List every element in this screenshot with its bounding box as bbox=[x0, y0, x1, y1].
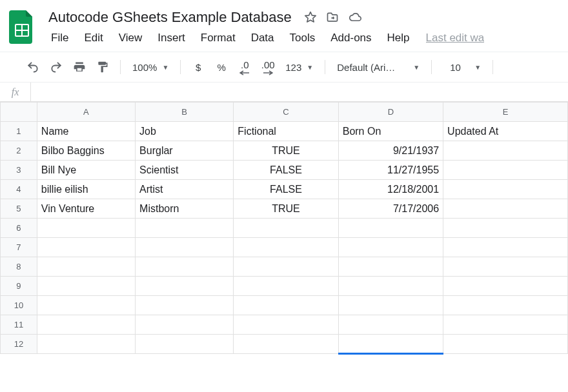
col-header-A[interactable]: A bbox=[37, 103, 135, 122]
cell[interactable] bbox=[37, 238, 135, 257]
undo-button[interactable] bbox=[23, 57, 43, 77]
cell[interactable]: Updated At bbox=[443, 122, 568, 141]
cell[interactable]: Born On bbox=[338, 122, 443, 141]
last-edit-link[interactable]: Last edit wa bbox=[426, 32, 485, 44]
row-header[interactable]: 1 bbox=[1, 122, 37, 141]
cell[interactable] bbox=[234, 277, 338, 296]
cell[interactable] bbox=[234, 238, 338, 257]
cell[interactable]: TRUE bbox=[234, 141, 338, 161]
cell[interactable]: 12/18/2001 bbox=[338, 180, 443, 199]
cell[interactable] bbox=[37, 219, 135, 238]
cell[interactable] bbox=[234, 296, 338, 315]
print-button[interactable] bbox=[70, 57, 89, 77]
menu-view[interactable]: View bbox=[112, 30, 150, 46]
cell[interactable]: 9/21/1937 bbox=[338, 141, 443, 161]
paint-format-button[interactable] bbox=[93, 57, 112, 77]
cloud-status-icon[interactable] bbox=[348, 11, 362, 24]
format-currency-button[interactable]: $ bbox=[188, 57, 208, 77]
spreadsheet-grid[interactable]: A B C D E 1 Name Job Fictional Born On U… bbox=[0, 102, 568, 355]
font-family-dropdown[interactable]: Default (Ari… ▼ bbox=[333, 62, 423, 73]
cell[interactable] bbox=[37, 315, 135, 335]
cell[interactable] bbox=[234, 315, 338, 335]
cell[interactable] bbox=[443, 296, 568, 315]
document-title[interactable]: Autocode GSheets Example Database bbox=[44, 7, 296, 28]
menu-tools[interactable]: Tools bbox=[283, 30, 323, 46]
cell[interactable]: 7/17/2006 bbox=[338, 199, 443, 219]
cell[interactable] bbox=[136, 315, 234, 335]
cell[interactable]: FALSE bbox=[234, 180, 338, 199]
cell[interactable] bbox=[136, 277, 234, 296]
font-size-dropdown[interactable]: 10 ▼ bbox=[440, 62, 485, 73]
cell[interactable] bbox=[443, 141, 568, 161]
cell[interactable] bbox=[443, 161, 568, 180]
row-header[interactable]: 2 bbox=[1, 141, 37, 161]
cell[interactable] bbox=[37, 335, 135, 354]
menu-insert[interactable]: Insert bbox=[150, 30, 192, 46]
fx-label[interactable]: fx bbox=[0, 83, 31, 101]
cell[interactable]: Fictional bbox=[234, 122, 338, 141]
col-header-C[interactable]: C bbox=[234, 103, 338, 122]
cell[interactable] bbox=[136, 219, 234, 238]
cell[interactable] bbox=[443, 335, 568, 354]
cell[interactable]: Bill Nye bbox=[37, 161, 135, 180]
increase-decimal-button[interactable]: .00 bbox=[258, 57, 278, 77]
cell[interactable] bbox=[136, 296, 234, 315]
menu-help[interactable]: Help bbox=[380, 30, 417, 46]
cell[interactable] bbox=[338, 257, 443, 277]
row-header[interactable]: 4 bbox=[1, 180, 37, 199]
cell[interactable] bbox=[338, 335, 443, 354]
cell[interactable]: Name bbox=[37, 122, 135, 141]
cell[interactable]: Scientist bbox=[136, 161, 234, 180]
row-header[interactable]: 5 bbox=[1, 199, 37, 219]
star-icon[interactable] bbox=[304, 11, 317, 24]
menu-addons[interactable]: Add-ons bbox=[323, 30, 378, 46]
cell[interactable]: billie eilish bbox=[37, 180, 135, 199]
row-header[interactable]: 7 bbox=[1, 238, 37, 257]
row-header[interactable]: 10 bbox=[1, 296, 37, 315]
select-all-corner[interactable] bbox=[1, 103, 37, 122]
col-header-E[interactable]: E bbox=[443, 103, 568, 122]
zoom-dropdown[interactable]: 100% ▼ bbox=[128, 62, 172, 73]
cell[interactable] bbox=[37, 296, 135, 315]
cell[interactable]: Mistborn bbox=[136, 199, 234, 219]
cell[interactable]: FALSE bbox=[234, 161, 338, 180]
cell[interactable] bbox=[136, 335, 234, 354]
cell[interactable]: 11/27/1955 bbox=[338, 161, 443, 180]
col-header-D[interactable]: D bbox=[338, 103, 443, 122]
cell[interactable] bbox=[136, 257, 234, 277]
redo-button[interactable] bbox=[46, 57, 66, 77]
cell[interactable]: Vin Venture bbox=[37, 199, 135, 219]
cell[interactable]: Burglar bbox=[136, 141, 234, 161]
menu-file[interactable]: File bbox=[44, 30, 76, 46]
cell[interactable] bbox=[443, 277, 568, 296]
cell[interactable] bbox=[234, 257, 338, 277]
cell[interactable]: Artist bbox=[136, 180, 234, 199]
cell[interactable] bbox=[136, 238, 234, 257]
row-header[interactable]: 6 bbox=[1, 219, 37, 238]
cell[interactable]: TRUE bbox=[234, 199, 338, 219]
row-header[interactable]: 11 bbox=[1, 315, 37, 335]
cell[interactable] bbox=[443, 315, 568, 335]
row-header[interactable]: 12 bbox=[1, 335, 37, 354]
cell[interactable] bbox=[443, 219, 568, 238]
cell[interactable] bbox=[338, 315, 443, 335]
cell[interactable] bbox=[37, 257, 135, 277]
format-percent-button[interactable]: % bbox=[212, 57, 231, 77]
move-icon[interactable] bbox=[326, 11, 339, 24]
cell[interactable]: Job bbox=[136, 122, 234, 141]
cell[interactable] bbox=[443, 257, 568, 277]
cell[interactable] bbox=[443, 199, 568, 219]
cell[interactable] bbox=[37, 277, 135, 296]
row-header[interactable]: 9 bbox=[1, 277, 37, 296]
menu-data[interactable]: Data bbox=[244, 30, 281, 46]
row-header[interactable]: 8 bbox=[1, 257, 37, 277]
cell[interactable]: Bilbo Baggins bbox=[37, 141, 135, 161]
menu-edit[interactable]: Edit bbox=[77, 30, 110, 46]
more-formats-dropdown[interactable]: 123 ▼ bbox=[281, 62, 317, 73]
decrease-decimal-button[interactable]: .0 bbox=[235, 57, 254, 77]
row-header[interactable]: 3 bbox=[1, 161, 37, 180]
cell[interactable] bbox=[338, 296, 443, 315]
cell[interactable] bbox=[234, 335, 338, 354]
cell[interactable] bbox=[234, 219, 338, 238]
menu-format[interactable]: Format bbox=[194, 30, 243, 46]
